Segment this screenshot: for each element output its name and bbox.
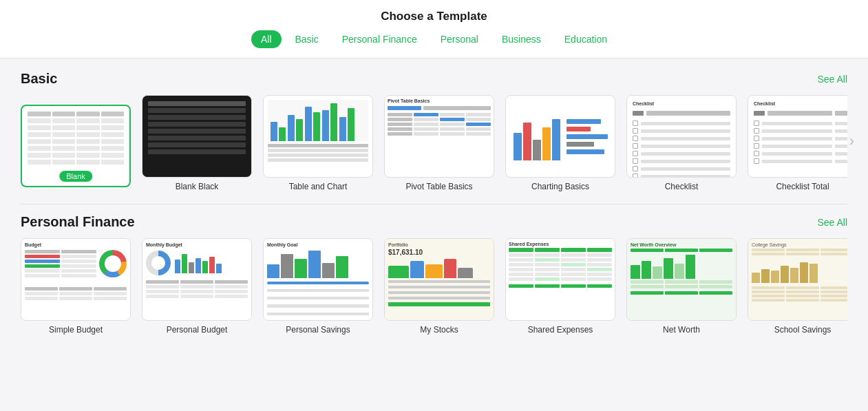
page-title: Choose a Template	[0, 10, 868, 23]
template-table-chart-label: Table and Chart	[289, 182, 348, 191]
template-pivot-label: Pivot Table Basics	[405, 182, 472, 191]
tab-basic[interactable]: Basic	[286, 30, 328, 48]
template-simple-budget[interactable]: Budget	[21, 238, 131, 335]
template-shared-expenses[interactable]: Shared Expenses	[505, 238, 615, 335]
template-charting-label: Charting Basics	[531, 182, 589, 191]
template-shared-expenses-label: Shared Expenses	[528, 325, 593, 335]
section-pf-header: Personal Finance See All	[21, 214, 847, 230]
template-personal-budget[interactable]: Monthly Budget	[142, 238, 252, 335]
tab-personal[interactable]: Personal	[431, 30, 488, 48]
template-blank-black-label: Blank Black	[176, 182, 219, 191]
tab-business[interactable]: Business	[492, 30, 551, 48]
tab-personal-finance[interactable]: Personal Finance	[332, 30, 427, 48]
template-net-worth[interactable]: Net Worth Overview	[626, 238, 737, 335]
template-blank[interactable]: Blank	[21, 105, 131, 191]
template-simple-budget-label: Simple Budget	[49, 325, 103, 335]
template-checklist-label: Checklist	[665, 182, 699, 191]
template-my-stocks[interactable]: Portfolio $17,631.10	[384, 238, 494, 335]
template-personal-budget-label: Personal Budget	[167, 325, 228, 335]
tab-education[interactable]: Education	[555, 30, 617, 48]
template-pivot[interactable]: Pivot Table Basics	[384, 95, 494, 191]
page-header: Choose a Template All Basic Personal Fin…	[0, 0, 868, 59]
section-pf-see-all[interactable]: See All	[817, 217, 847, 228]
tab-all[interactable]: All	[251, 30, 282, 48]
template-charting[interactable]: Charting Basics	[505, 95, 615, 191]
template-checklist[interactable]: Checklist	[626, 95, 737, 191]
page-wrapper: Choose a Template All Basic Personal Fin…	[0, 0, 868, 354]
section-basic-header: Basic See All	[21, 71, 847, 87]
template-checklist-total-label: Checklist Total	[776, 182, 829, 191]
section-basic-title: Basic	[21, 71, 57, 87]
section-basic-see-all[interactable]: See All	[817, 74, 847, 85]
template-blank-black[interactable]: Blank Black	[142, 95, 252, 191]
basic-next-arrow[interactable]: ›	[849, 132, 854, 150]
section-personal-finance: Personal Finance See All Budget	[21, 214, 847, 335]
section-pf-title: Personal Finance	[21, 214, 135, 230]
template-school-savings-label: School Savings	[774, 325, 832, 335]
content-area: Basic See All	[0, 59, 868, 354]
template-personal-savings[interactable]: Monthly Goal	[263, 238, 373, 335]
template-checklist-total[interactable]: Checklist	[748, 95, 847, 191]
template-my-stocks-label: My Stocks	[420, 325, 458, 335]
template-personal-savings-label: Personal Savings	[286, 325, 350, 335]
tab-bar: All Basic Personal Finance Personal Busi…	[0, 30, 868, 51]
blank-badge: Blank	[59, 171, 92, 182]
template-net-worth-label: Net Worth	[663, 325, 700, 335]
pf-templates-row: Budget	[21, 238, 847, 335]
template-school-savings[interactable]: College Savings	[748, 238, 847, 335]
section-basic: Basic See All	[21, 71, 847, 191]
basic-templates-row: Blank	[21, 95, 847, 191]
template-table-chart[interactable]: Table and Chart	[263, 95, 373, 191]
section-divider-1	[21, 204, 847, 204]
